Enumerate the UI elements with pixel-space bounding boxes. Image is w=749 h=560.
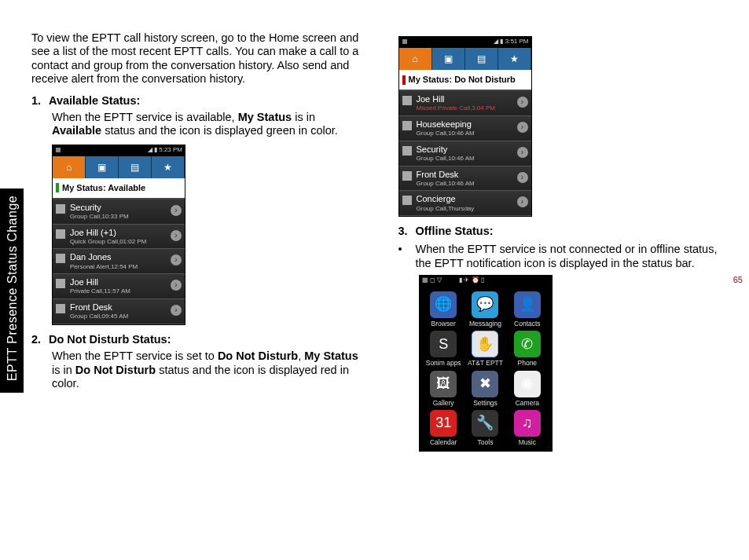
my-status-row: My Status: Available — [53, 178, 185, 199]
phone-statusbar: ◢ ▮ 5:23 PM — [53, 145, 185, 156]
tab-home-icon: ⌂ — [399, 48, 432, 70]
app-icon: 🌐 — [430, 291, 457, 318]
app-at-t-eptt: ✋AT&T EPTT — [466, 331, 505, 367]
text-bold: Available — [52, 124, 101, 137]
column-left: To view the EPTT call history screen, go… — [31, 31, 367, 459]
app-icon: ◉ — [514, 371, 541, 397]
chevron-icon: › — [517, 122, 528, 133]
chevron-icon: › — [171, 230, 182, 241]
item-available-body: When the EPTT service is available, My S… — [52, 111, 367, 138]
list-item: Joe HillMissed Private Call,3:04 PM› — [399, 91, 531, 116]
list-item-title: Dan Jones — [70, 252, 182, 262]
list-item-title: Concierge — [417, 194, 528, 204]
item-heading: Do Not Disturb Status: — [49, 333, 171, 346]
list-item: Joe HillPrivate Call,11:57 AM› — [53, 274, 185, 299]
contact-icon — [402, 171, 412, 181]
list-item: Joe Hill (+1)Quick Group Call,01:02 PM› — [53, 225, 185, 250]
list-item: SecurityGroup Call,10:46 AM› — [399, 141, 531, 167]
chevron-icon: › — [517, 196, 528, 207]
list-item-subtitle: Group Call,10:46 AM — [417, 155, 528, 163]
phone-time: 5:23 PM — [159, 146, 182, 153]
list-item-title: Security — [417, 145, 528, 155]
phone-tabbar: ⌂ ▣ ▤ ★ — [53, 156, 185, 178]
status-text: My Status: Available — [62, 183, 145, 193]
list-item-title: Joe Hill (+1) — [70, 228, 182, 238]
tab-groups-icon: ▤ — [119, 156, 152, 178]
app-label: Music — [519, 438, 536, 446]
app-tools: 🔧Tools — [466, 410, 505, 446]
list-item-title: Joe Hill — [417, 94, 528, 104]
screenshot-dnd: ◢ ▮ 3:51 PM ⌂ ▣ ▤ ★ My Status: Do Not Di… — [398, 36, 532, 217]
text-bold: My Status — [304, 350, 358, 362]
item-offline: 3.Offline Status: — [398, 225, 734, 238]
app-label: Sonim apps — [426, 359, 461, 367]
app-label: Gallery — [433, 399, 454, 407]
app-gallery: 🖼Gallery — [424, 371, 463, 407]
app-grid: 🌐Browser💬Messaging👤ContactsSSonim apps✋A… — [420, 287, 552, 451]
app-icon: 💬 — [472, 291, 498, 318]
list-item-subtitle: Group Call,10:33 PM — [70, 213, 182, 221]
app-icon: 31 — [430, 410, 457, 437]
list-item-subtitle: Group Call,10:46 AM — [417, 130, 528, 137]
list-item: SecurityGroup Call,10:33 PM› — [53, 199, 185, 225]
app-browser: 🌐Browser — [424, 291, 463, 328]
list-item-title: Front Desk — [417, 170, 528, 180]
bullet-icon: • — [398, 243, 416, 270]
app-music: ♫Music — [508, 410, 546, 446]
contact-icon — [402, 196, 412, 205]
item-heading: Available Status: — [49, 94, 140, 107]
app-label: Phone — [518, 359, 538, 367]
app-sonim-apps: SSonim apps — [424, 331, 463, 367]
tab-groups-icon: ▤ — [465, 48, 498, 70]
list-item: HousekeepingGroup Call,10:46 AM› — [399, 116, 531, 141]
contact-icon — [402, 146, 412, 156]
contact-icon — [56, 304, 65, 313]
sidebar-title: EPTT Presence Status Change — [6, 188, 20, 389]
chevron-icon: › — [517, 97, 528, 108]
tab-contacts-icon: ▣ — [432, 48, 465, 70]
list-item-subtitle: Quick Group Call,01:02 PM — [70, 238, 182, 246]
text: is in — [52, 364, 75, 376]
app-contacts: 👤Contacts — [508, 291, 546, 328]
item-number: 1. — [31, 94, 49, 108]
text-bold: Do Not Disturb — [218, 350, 298, 362]
tab-contacts-icon: ▣ — [86, 156, 119, 178]
app-label: Calendar — [430, 438, 457, 446]
app-label: Settings — [473, 399, 497, 407]
phone-tabbar: ⌂ ▣ ▤ ★ — [399, 48, 531, 70]
tab-fav-icon: ★ — [152, 156, 185, 178]
app-calendar: 31Calendar — [424, 410, 463, 446]
intro-paragraph: To view the EPTT call history screen, go… — [31, 31, 367, 86]
app-label: Tools — [478, 438, 494, 446]
app-label: Browser — [431, 320, 456, 328]
screenshot-available: ◢ ▮ 5:23 PM ⌂ ▣ ▤ ★ My Status: Available… — [52, 145, 185, 325]
item-dnd-body: When the EPTT service is set to Do Not D… — [52, 350, 367, 390]
phone-list: Joe HillMissed Private Call,3:04 PM›Hous… — [399, 91, 531, 216]
app-messaging: 💬Messaging — [466, 291, 505, 328]
list-item-subtitle: Personal Alert,12:54 PM — [70, 263, 182, 271]
app-icon: S — [430, 331, 457, 357]
item-number: 3. — [398, 225, 416, 238]
screenshot-homegrid: ▥ ◻ ▽ ▮ ✈ ⏰ ▯ 🌐Browser💬Messaging👤Contact… — [419, 275, 553, 452]
list-item-subtitle: Missed Private Call,3:04 PM — [417, 104, 528, 112]
list-item-subtitle: Private Call,11:57 AM — [70, 287, 182, 295]
item-number: 2. — [31, 333, 49, 346]
chevron-icon: › — [171, 205, 182, 216]
app-icon: ♫ — [514, 410, 541, 437]
item-heading: Offline Status: — [416, 225, 494, 237]
list-item: ConciergeGroup Call,Thursday› — [399, 191, 531, 216]
app-icon: ✆ — [514, 331, 541, 357]
contact-icon — [56, 254, 65, 263]
app-label: Contacts — [514, 320, 541, 328]
app-icon: 🖼 — [430, 371, 457, 397]
page-number: 65 — [733, 275, 743, 284]
chevron-icon: › — [517, 172, 528, 183]
app-camera: ◉Camera — [508, 371, 546, 407]
app-settings: ✖Settings — [466, 371, 505, 407]
page-content: To view the EPTT call history screen, go… — [31, 31, 733, 459]
sidebar-tab: EPTT Presence Status Change — [0, 188, 24, 393]
contact-icon — [402, 96, 412, 105]
app-icon: 🔧 — [472, 410, 498, 437]
text: is in — [292, 111, 315, 123]
app-label: Camera — [516, 399, 539, 407]
